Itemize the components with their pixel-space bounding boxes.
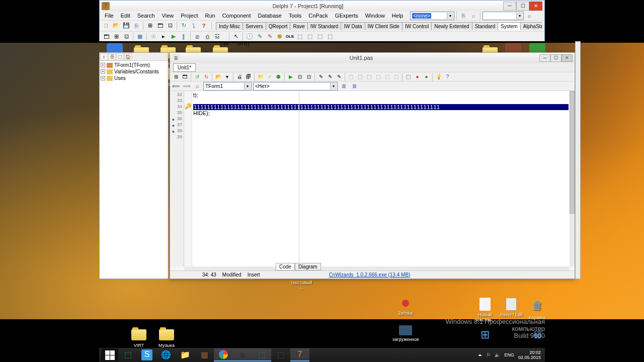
taskbar-app[interactable]: ⬚ — [252, 348, 271, 361]
menu-edit[interactable]: Edit — [118, 12, 133, 19]
taskbar-delphi[interactable]: 7 — [290, 348, 309, 361]
maximize-button[interactable]: ☐ — [550, 54, 561, 62]
toolbar-icon[interactable]: 🗔 — [155, 21, 165, 30]
source-area[interactable]: t); 111111111111111111111111111111111111… — [192, 91, 570, 266]
palette-tab[interactable]: Standard — [472, 22, 499, 30]
component-icon[interactable]: ⬚ — [326, 32, 335, 41]
tree-btn[interactable]: ☰ — [108, 53, 116, 60]
palette-tab[interactable]: Indy Misc — [216, 22, 243, 30]
toolbar-icon[interactable]: 🗐 — [244, 73, 253, 81]
toolbar-icon[interactable]: ⌕ — [193, 81, 202, 90]
tab-code[interactable]: Code — [276, 263, 295, 270]
tray-chevron-icon[interactable]: ⏶ — [478, 352, 482, 357]
help-icon[interactable]: ? — [443, 73, 452, 81]
tray-volume-icon[interactable]: 🔈 — [495, 352, 500, 357]
toolbar-icon[interactable]: 📂 — [214, 73, 222, 81]
code-editor[interactable]: 3233343536373839 🔑 t); 11111111111111111… — [170, 91, 570, 266]
palette-tab[interactable]: Rave — [290, 22, 307, 30]
toolbar-icon[interactable]: ✎ — [316, 73, 325, 81]
menu-tools[interactable]: Tools — [286, 12, 305, 19]
menu-database[interactable]: Database — [255, 12, 285, 19]
component-icon[interactable]: ⬚ — [305, 32, 314, 41]
component-icon[interactable]: ⬚ — [315, 32, 325, 41]
tree-node[interactable]: +Variables/Constants — [101, 68, 167, 75]
toolbar-icon[interactable]: ⌕ — [525, 11, 534, 20]
maximize-button[interactable]: ☐ — [516, 2, 529, 11]
taskbar-app[interactable]: ⬚ — [271, 348, 290, 361]
system-tray[interactable]: ⏶ ⚐ 🔈 ENG 20:02 02.05.2015 — [478, 350, 543, 360]
menu-file[interactable]: File — [102, 12, 117, 19]
toolbar-icon[interactable]: ↻ — [202, 73, 210, 81]
toolbar-icon[interactable]: ⬚ — [347, 73, 355, 81]
desktop-icon[interactable]: Zel'nka — [392, 296, 419, 316]
toolbar-icon[interactable]: ✓ — [265, 73, 274, 81]
bookmark-gutter[interactable]: 🔑 — [184, 91, 192, 266]
toolbar-icon[interactable]: ⊡ — [122, 32, 131, 41]
tab-diagram[interactable]: Diagram — [295, 263, 321, 270]
toolbar-icon[interactable]: ⬢ — [274, 73, 283, 81]
menu-help[interactable]: Help — [389, 12, 407, 19]
toolbar-icon[interactable]: ↻ — [179, 21, 188, 30]
desktop-icon[interactable]: msvcr71.dll — [498, 298, 524, 317]
help-icon[interactable]: ? — [199, 21, 208, 30]
tree-btn[interactable]: ↕ — [100, 53, 108, 60]
component-icon[interactable]: OLE — [285, 32, 294, 41]
menu-window[interactable]: Window — [362, 12, 388, 19]
line-gutter[interactable]: 3233343536373839 — [170, 91, 184, 266]
taskbar-clock[interactable]: 20:02 02.05.2015 — [518, 350, 541, 360]
desktop-icon[interactable]: загруженное — [392, 325, 419, 342]
desktop-icon[interactable]: 🗑Корзина — [524, 298, 550, 320]
toolbar-icon[interactable]: ⬚ — [383, 73, 391, 81]
toolbar-icon[interactable]: ⬚ — [404, 73, 413, 81]
toolbar-icon[interactable]: ⎘ — [459, 11, 468, 20]
palette-tab[interactable]: IW Control — [402, 22, 432, 30]
toolbar-icon[interactable]: ☉ — [149, 32, 158, 41]
pointer-icon[interactable]: ↖ — [231, 32, 240, 41]
class-combo[interactable]: TForm1 — [203, 82, 252, 90]
toolbar-icon[interactable]: ⊞ — [112, 32, 121, 41]
toolbar-icon[interactable]: ⬚ — [356, 73, 364, 81]
toolbar-icon[interactable]: ▦ — [135, 32, 144, 41]
component-icon[interactable]: ✎ — [255, 32, 264, 41]
toolbar-icon[interactable]: ▸ — [159, 32, 168, 41]
toolbar-icon[interactable]: ▾ — [223, 73, 231, 81]
toolbar-icon[interactable]: 🖨 — [235, 73, 244, 81]
palette-tab[interactable]: IW Client Side — [365, 22, 403, 30]
component-icon[interactable]: ⬚ — [295, 32, 304, 41]
vertical-scrollbar[interactable] — [570, 91, 575, 266]
toolbar-icon[interactable]: ⤵ — [189, 21, 198, 30]
taskbar-app[interactable]: 🌐 — [156, 348, 176, 361]
taskbar-app[interactable]: ◉ — [233, 348, 252, 361]
component-icon[interactable]: ⬢ — [275, 32, 284, 41]
palette-tab[interactable]: IW Standard — [307, 22, 342, 30]
desktop-icon[interactable]: текстовый ... — [288, 280, 314, 290]
close-button[interactable]: ✕ — [529, 2, 542, 11]
tray-language[interactable]: ENG — [504, 352, 514, 357]
taskbar-app[interactable] — [214, 348, 233, 361]
nav-fwd-icon[interactable]: ⟹ — [182, 81, 191, 90]
palette-tab[interactable]: IW Data — [341, 22, 365, 30]
nav-back-icon[interactable]: ⟸ — [172, 81, 181, 90]
palette-tab[interactable]: QReport — [266, 22, 291, 30]
menu-cnpack[interactable]: CnPack — [305, 12, 331, 19]
desktop-icon[interactable]: VIRT — [126, 325, 152, 348]
ide-titlebar[interactable]: 7 Delphi 7 - Project1 [Running] ─ ☐ ✕ — [100, 1, 544, 11]
status-link[interactable]: CnWizards_1.0.2.666.exe (13.4 MB) — [329, 272, 411, 278]
right-scroll-stub[interactable] — [575, 41, 581, 279]
menu-gexperts[interactable]: GExperts — [332, 12, 361, 19]
toolbar-icon[interactable]: ☳ — [213, 32, 222, 41]
toolbar-icon[interactable]: 🗔 — [102, 32, 111, 41]
toolbar-icon[interactable]: 📁 — [256, 73, 265, 81]
menu-search[interactable]: Search — [134, 12, 158, 19]
editor-titlebar[interactable]: 🗎 Unit1.pas ─ ☐ ✕ — [170, 53, 575, 63]
toolbar-icon[interactable]: ⊞ — [145, 21, 154, 30]
run-icon[interactable]: ▶ — [286, 73, 295, 81]
toolbar-icon[interactable]: 💡 — [434, 73, 443, 81]
toolbar-icon[interactable]: ⬚ — [392, 73, 400, 81]
toolbar-icon[interactable]: ⎙ — [203, 32, 212, 41]
open-icon[interactable]: 📂 — [112, 21, 121, 30]
minimize-button[interactable]: ─ — [503, 2, 516, 11]
scope-combo[interactable]: <none> — [410, 12, 454, 20]
component-icon[interactable]: ✎ — [265, 32, 274, 41]
file-tab[interactable]: Unit1* — [173, 63, 196, 72]
